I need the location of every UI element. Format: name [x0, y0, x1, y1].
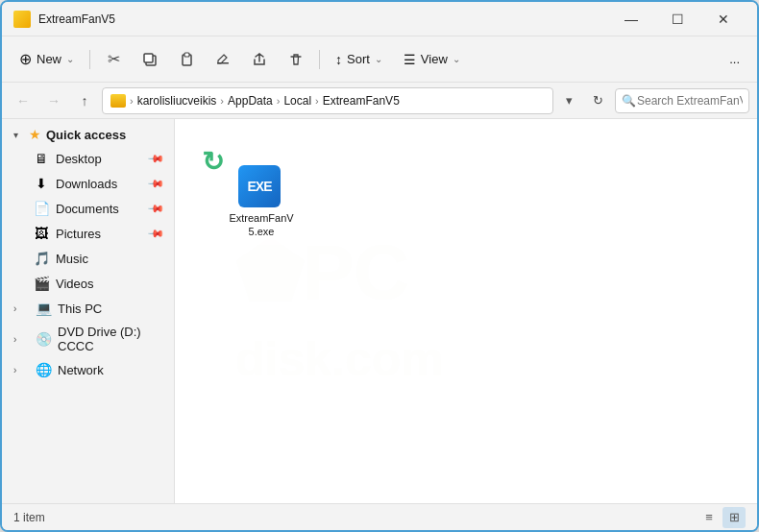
content-area: ⬟PC disk.com ↻ EXE ExtreamFanV5.exe — [175, 119, 757, 503]
view-chevron: ⌄ — [453, 54, 460, 64]
sidebar-videos-label: Videos — [56, 277, 162, 291]
downloads-icon: ⬇ — [33, 175, 50, 192]
title-bar: ExtreamFanV5 — ☐ ✕ — [2, 2, 757, 36]
path-sep-4: › — [315, 95, 319, 107]
sidebar: ▾ ★ Quick access 🖥 Desktop 📌 ⬇ Downloads… — [2, 119, 175, 503]
status-bar: 1 item ≡ ⊞ — [2, 503, 757, 530]
svg-rect-1 — [144, 54, 153, 62]
documents-pin-icon: 📌 — [146, 199, 164, 217]
exe-label: EXE — [247, 179, 271, 194]
new-label: New — [37, 52, 61, 66]
grid-view-button[interactable]: ⊞ — [722, 507, 746, 528]
file-name-label: ExtreamFanV5.exe — [227, 211, 296, 239]
window-title: ExtreamFanV5 — [38, 12, 609, 26]
dvd-chevron: › — [13, 334, 25, 345]
desktop-icon: 🖥 — [33, 150, 50, 167]
search-wrapper: 🔍 — [615, 88, 749, 113]
music-icon: 🎵 — [33, 250, 50, 267]
window-icon — [13, 11, 31, 28]
list-view-button[interactable]: ≡ — [698, 507, 721, 528]
rename-button[interactable] — [206, 43, 240, 76]
videos-icon: 🎬 — [33, 275, 50, 292]
refresh-button[interactable]: ↻ — [584, 87, 611, 114]
sidebar-dvd-label: DVD Drive (D:) CCCC — [58, 325, 162, 353]
more-button[interactable]: ... — [720, 43, 749, 76]
sidebar-documents-label: Documents — [56, 202, 143, 216]
sidebar-downloads-label: Downloads — [56, 177, 143, 191]
path-folder-icon — [110, 94, 126, 108]
toolbar: ⊕ New ⌄ ✂ — [2, 36, 757, 83]
this-pc-chevron: › — [13, 303, 25, 314]
files-area: ⬟PC disk.com ↻ EXE ExtreamFanV5.exe — [175, 119, 757, 503]
toolbar-separator-2 — [319, 50, 320, 69]
sidebar-item-pictures[interactable]: 🖼 Pictures 📌 — [6, 221, 170, 246]
documents-icon: 📄 — [33, 200, 50, 217]
pictures-icon: 🖼 — [33, 225, 50, 242]
sidebar-item-network[interactable]: › 🌐 Network — [6, 357, 170, 382]
view-icon: ☰ — [404, 52, 416, 67]
toolbar-separator-1 — [89, 50, 90, 69]
quick-access-label: Quick access — [46, 128, 126, 142]
quick-access-header[interactable]: ▾ ★ Quick access — [6, 123, 170, 146]
sort-label: Sort — [347, 52, 370, 66]
file-icon: EXE — [238, 165, 284, 211]
sidebar-this-pc-label: This PC — [58, 302, 162, 316]
exe-icon-bg: EXE — [238, 165, 281, 207]
more-icon: ... — [729, 52, 740, 66]
network-chevron: › — [13, 365, 25, 375]
new-chevron: ⌄ — [66, 54, 74, 64]
dvd-icon: 💿 — [35, 330, 52, 348]
sidebar-item-downloads[interactable]: ⬇ Downloads 📌 — [6, 171, 170, 196]
sidebar-item-documents[interactable]: 📄 Documents 📌 — [6, 196, 170, 221]
path-sep-1: › — [130, 95, 134, 107]
quick-access-star-icon: ★ — [29, 127, 41, 142]
sort-chevron: ⌄ — [375, 54, 382, 64]
sidebar-item-music[interactable]: 🎵 Music — [6, 246, 170, 271]
sidebar-music-label: Music — [56, 252, 162, 266]
paste-button[interactable] — [169, 43, 204, 76]
view-label: View — [421, 52, 448, 66]
file-item-extreamfanv5[interactable]: EXE ExtreamFanV5.exe — [223, 157, 300, 247]
up-button[interactable]: ↑ — [71, 87, 98, 114]
path-local: Local — [283, 94, 311, 108]
path-extream: ExtreamFanV5 — [323, 94, 400, 108]
search-icon: 🔍 — [622, 94, 636, 108]
new-button[interactable]: ⊕ New ⌄ — [10, 43, 84, 76]
sidebar-item-desktop[interactable]: 🖥 Desktop 📌 — [6, 146, 170, 171]
sidebar-desktop-label: Desktop — [56, 152, 143, 166]
sidebar-item-videos[interactable]: 🎬 Videos — [6, 271, 170, 296]
refresh-indicator: ↻ — [202, 146, 224, 178]
file-explorer-window: ExtreamFanV5 — ☐ ✕ ⊕ New ⌄ ✂ — [0, 0, 759, 532]
quick-access-chevron: ▾ — [13, 130, 25, 140]
view-toggle: ≡ ⊞ — [698, 507, 746, 528]
sidebar-network-label: Network — [58, 363, 162, 377]
minimize-button[interactable]: — — [609, 5, 653, 34]
sort-button[interactable]: ↕ Sort ⌄ — [326, 43, 392, 76]
svg-text:disk.com: disk.com — [235, 332, 444, 386]
sort-icon: ↕ — [335, 52, 342, 67]
path-sep-2: › — [220, 95, 224, 107]
address-bar: ← → ↑ › karolisliucveikis › AppData › Lo… — [2, 83, 757, 119]
forward-button[interactable]: → — [40, 87, 67, 114]
back-button[interactable]: ← — [10, 87, 37, 114]
window-controls: — ☐ ✕ — [609, 5, 746, 34]
sidebar-pictures-label: Pictures — [56, 227, 143, 241]
view-button[interactable]: ☰ View ⌄ — [394, 43, 470, 76]
svg-rect-3 — [184, 53, 189, 57]
address-dropdown-button[interactable]: ▾ — [557, 87, 580, 114]
maximize-button[interactable]: ☐ — [655, 5, 699, 34]
path-sep-3: › — [277, 95, 281, 107]
new-icon: ⊕ — [19, 50, 32, 68]
cut-button[interactable]: ✂ — [96, 43, 131, 76]
copy-button[interactable] — [133, 43, 167, 76]
delete-button[interactable] — [279, 43, 313, 76]
sidebar-item-this-pc[interactable]: › 💻 This PC — [6, 296, 170, 321]
sidebar-item-dvd[interactable]: › 💿 DVD Drive (D:) CCCC — [6, 321, 170, 357]
path-karolisliucveikis: karolisliucveikis — [137, 94, 217, 108]
address-path[interactable]: › karolisliucveikis › AppData › Local › … — [102, 87, 553, 114]
this-pc-icon: 💻 — [35, 300, 52, 317]
path-appdata: AppData — [228, 94, 273, 108]
share-button[interactable] — [242, 43, 277, 76]
close-button[interactable]: ✕ — [701, 5, 746, 34]
desktop-pin-icon: 📌 — [146, 149, 164, 167]
